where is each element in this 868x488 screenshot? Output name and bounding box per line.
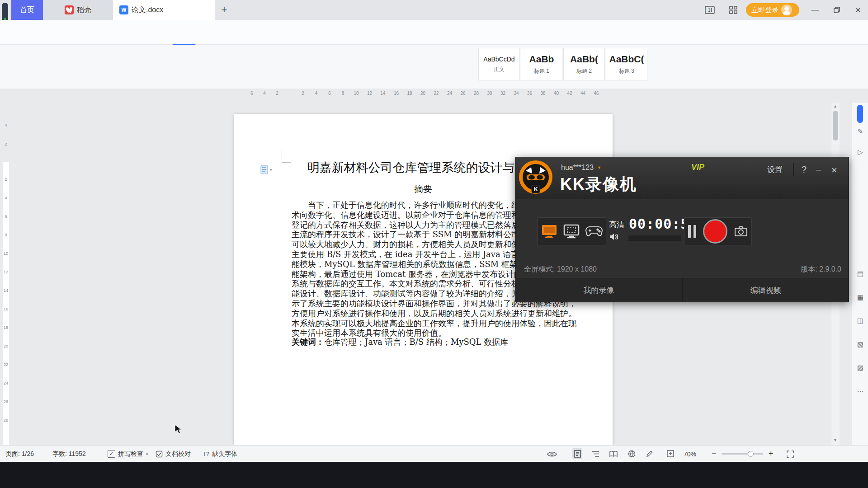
kk-speaker-icon[interactable]: [609, 232, 620, 241]
statusbar: 页面: 1/26 字数: 11952 ✓ 拼写检查▾ 文档校对 T? 缺失字体 …: [0, 445, 868, 462]
titlebar: 首页 稻壳 W 论文.docx + 1 立即登录 — ×: [0, 0, 868, 20]
kk-fullscreen-mode-icon[interactable]: [541, 224, 558, 239]
scrollbar-thumb[interactable]: [833, 111, 838, 141]
ruler-number: 12: [0, 270, 12, 274]
ruler-number: 38: [540, 91, 545, 96]
sidebar-tool-icon[interactable]: ✎: [852, 127, 868, 136]
scroll-up-icon[interactable]: ▲: [833, 104, 837, 108]
ruler-number: 2: [0, 177, 12, 182]
sidebar-tool-icon[interactable]: ▦: [852, 293, 868, 301]
tab-document[interactable]: W 论文.docx: [113, 0, 215, 20]
ruler-number: 20: [0, 344, 12, 348]
outline-view-icon[interactable]: [590, 448, 600, 459]
kk-app-title: KK录像机: [560, 174, 637, 196]
ruler-number: 4: [0, 196, 12, 200]
ruler-number: 18: [0, 325, 12, 330]
sidebar-tool-icon[interactable]: ▤: [852, 270, 868, 278]
zoom-slider[interactable]: [722, 453, 763, 455]
kk-settings-button[interactable]: 设置: [767, 164, 783, 175]
ruler-number: 40: [554, 91, 559, 96]
proofread-button[interactable]: 文档校对: [156, 446, 191, 462]
paragraph-tool-icon[interactable]: ▾: [260, 165, 272, 174]
ruler-number: 10: [354, 91, 359, 96]
kk-quality-label[interactable]: 高清: [609, 220, 624, 230]
ruler-number: 4: [315, 91, 318, 96]
kk-my-videos-button[interactable]: 我的录像: [516, 278, 682, 302]
side-toolbar: ✎▷▤▦◫▧▨⋯: [852, 103, 868, 445]
new-tab-button[interactable]: +: [218, 4, 231, 16]
style-card-正文[interactable]: AaBbCcDd正文: [478, 48, 520, 80]
style-card-标题 1[interactable]: AaBb标题 1: [521, 48, 562, 80]
tab-docer[interactable]: 稻壳: [43, 0, 113, 20]
eye-protect-icon[interactable]: [547, 446, 557, 462]
tab-home[interactable]: 首页: [11, 0, 43, 20]
style-card-标题 3[interactable]: AaBbC(标题 3: [606, 48, 647, 80]
zoom-slider-knob[interactable]: [748, 451, 754, 457]
ruler-number: 24: [447, 91, 452, 96]
word-count[interactable]: 字数: 11952: [52, 446, 86, 462]
ruler-number: 34: [514, 91, 519, 96]
kk-edit-video-button[interactable]: 编辑视频: [683, 278, 849, 302]
fit-page-icon[interactable]: [665, 448, 675, 459]
page-indicator: 页面: 1/26: [5, 446, 34, 462]
kk-screenshot-button[interactable]: [734, 225, 748, 237]
ruler-number: 8: [342, 91, 344, 96]
kk-game-mode-icon[interactable]: [585, 225, 603, 238]
ruler-number: 44: [580, 91, 585, 96]
ruler-number: 30: [487, 91, 492, 96]
docer-icon: [65, 5, 74, 14]
kk-recorder-window[interactable]: K hua***123 ▼ VIP KK录像机 设置 ? – × 高清 00:0…: [515, 157, 849, 302]
kk-account-menu[interactable]: hua***123 ▼: [561, 164, 601, 172]
pen-tool-icon[interactable]: [645, 448, 655, 459]
close-button[interactable]: ×: [848, 0, 868, 20]
spell-check-button[interactable]: ✓ 拼写检查▾: [108, 446, 148, 462]
login-button[interactable]: 立即登录: [746, 3, 799, 17]
zoom-out-icon[interactable]: −: [712, 446, 717, 462]
web-view-icon[interactable]: [627, 448, 637, 459]
kk-record-controls: [684, 217, 752, 245]
kk-mode-info: 全屏模式: 868 x 488: [524, 265, 597, 274]
sidebar-tool-icon[interactable]: ▨: [852, 364, 868, 372]
ruler-number: 26: [460, 91, 465, 96]
kk-region-mode-icon[interactable]: [563, 224, 580, 239]
sidebar-tool-icon[interactable]: ▧: [852, 340, 868, 348]
apps-grid-icon[interactable]: [723, 0, 743, 20]
ruler-number: 22: [0, 362, 12, 367]
zoom-in-icon[interactable]: +: [769, 446, 774, 462]
kk-record-button[interactable]: [703, 219, 727, 244]
style-card-标题 2[interactable]: AaBb(标题 2: [563, 48, 605, 80]
kk-pause-button[interactable]: [688, 225, 696, 238]
kk-volume-meter: [628, 235, 681, 241]
avatar: [781, 5, 792, 15]
page-view-icon[interactable]: [572, 448, 582, 459]
ruler-number: 12: [367, 91, 372, 96]
kk-help-button[interactable]: ?: [802, 164, 807, 175]
missing-font-button[interactable]: T? 缺失字体: [203, 446, 237, 462]
kk-logo: K: [519, 159, 553, 196]
ruler-number: 14: [380, 91, 385, 96]
restore-button[interactable]: [827, 0, 847, 20]
ruler-number: 22: [434, 91, 439, 96]
kk-vip-badge[interactable]: VIP: [691, 163, 704, 172]
sidebar-tool-icon[interactable]: ▷: [852, 148, 868, 156]
ruler-number: 18: [407, 91, 412, 96]
side-accent-bar[interactable]: [857, 105, 863, 123]
kk-close-button[interactable]: ×: [831, 164, 837, 176]
ruler-number: 2: [0, 142, 12, 146]
split-screen-icon[interactable]: 1: [700, 0, 720, 20]
scroll-down-icon[interactable]: ▼: [833, 438, 837, 442]
read-mode-icon[interactable]: [609, 448, 618, 459]
kk-minimize-button[interactable]: –: [816, 164, 821, 175]
horizontal-ruler[interactable]: 6422468101214161820222426283032343638404…: [0, 89, 868, 103]
zoom-level[interactable]: 70%: [684, 446, 696, 462]
sidebar-tool-icon[interactable]: ⋯: [852, 387, 868, 395]
kk-username: hua***123: [561, 164, 594, 172]
svg-text:1: 1: [708, 8, 711, 13]
fullscreen-icon[interactable]: [787, 446, 794, 462]
minimize-button[interactable]: —: [805, 0, 825, 20]
vertical-ruler[interactable]: 42246810121416182022242628: [0, 103, 12, 445]
sidebar-tool-icon[interactable]: ◫: [852, 317, 868, 325]
svg-text:K: K: [534, 186, 538, 192]
ruler-number: 16: [0, 307, 12, 311]
ruler-number: 32: [500, 91, 505, 96]
